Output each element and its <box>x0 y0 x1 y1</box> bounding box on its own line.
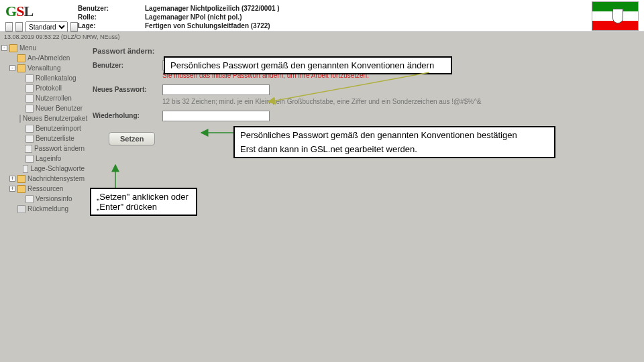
sidebar-item[interactable]: Nutzerrollen <box>1 93 85 103</box>
sidebar-item[interactable]: Neuer Benutzer <box>1 103 85 113</box>
user-label: Benutzer: <box>93 60 162 69</box>
sidebar-item[interactable]: -Verwaltung <box>1 63 85 73</box>
tree-toggle-icon[interactable]: + <box>9 186 15 192</box>
sidebar-item[interactable]: Lageinfo <box>1 154 85 164</box>
sidebar-item-label: Neuer Benutzer <box>36 103 83 113</box>
callout-change-pw: Persönliches Passwort gemäß den genannte… <box>164 56 452 74</box>
sidebar-item-label: Ressourcen <box>28 184 63 194</box>
folder-icon <box>17 54 25 62</box>
document-icon <box>25 95 34 103</box>
sidebar-item-label: Nutzerrollen <box>36 93 72 103</box>
callout-setzen: „Setzen" anklicken oder „Enter" drücken <box>90 188 197 216</box>
tree-toggle-icon[interactable]: - <box>1 45 7 51</box>
sidebar-item-label: Versionsinfo <box>36 194 72 204</box>
document-icon <box>17 205 25 213</box>
sidebar-item-label: Rückmeldung <box>28 204 68 214</box>
folder-icon <box>9 44 17 52</box>
document-icon <box>25 195 34 203</box>
document-icon <box>25 125 34 133</box>
submit-button[interactable]: Setzen <box>109 132 155 145</box>
sidebar-item-label: Nachrichtensystem <box>28 174 85 184</box>
sidebar-item-label: An-/Abmelden <box>28 53 70 63</box>
document-icon <box>25 155 34 163</box>
document-icon <box>25 145 32 153</box>
tree-toggle-icon[interactable]: - <box>9 65 15 71</box>
document-icon <box>25 135 34 143</box>
tree-toggle-icon[interactable]: + <box>9 176 15 182</box>
sidebar-item-label: Benutzerliste <box>36 133 74 143</box>
sidebar-item-label: Lage-Schlagworte <box>30 164 85 174</box>
sidebar: -MenuAn-/Abmelden-VerwaltungRollenkatalo… <box>0 40 86 217</box>
meta-values: Lagemanager Nichtpolizeilich (3722/0001 … <box>145 1 592 30</box>
document-icon <box>25 84 34 93</box>
sidebar-item[interactable]: Rollenkatalog <box>1 73 85 83</box>
app-logo: GSL <box>3 1 78 20</box>
folder-icon <box>17 64 25 72</box>
sidebar-item-label: Benutzerimport <box>36 123 81 133</box>
sidebar-item-label: Menu <box>19 43 36 53</box>
timestamp: 13.08.2019 09:53:22 (DLZ/O NRW, NEuss) <box>0 32 644 40</box>
document-icon <box>19 115 21 123</box>
sidebar-item-label: Protokoll <box>36 83 62 93</box>
meta-labels: Benutzer: Rolle: Lage: <box>78 1 145 30</box>
sidebar-item[interactable]: Benutzerliste <box>1 133 85 143</box>
sidebar-item-label: Rollenkatalog <box>36 73 76 83</box>
sidebar-item-label: Passwort ändern <box>34 143 85 154</box>
document-icon <box>23 165 28 173</box>
folder-icon <box>17 185 25 193</box>
sidebar-item[interactable]: Versionsinfo <box>1 194 85 204</box>
theme-select[interactable]: Standard <box>25 21 68 32</box>
document-icon <box>25 105 34 113</box>
sidebar-item[interactable]: Protokoll <box>1 83 85 93</box>
sidebar-item-label: Verwaltung <box>28 63 60 73</box>
sidebar-item-label: Neues Benutzerpaket <box>23 113 87 123</box>
sidebar-item[interactable]: Passwort ändern <box>1 143 85 154</box>
sidebar-item[interactable]: Neues Benutzerpaket <box>1 113 85 123</box>
nrw-flag <box>592 1 639 31</box>
sidebar-item[interactable]: Rückmeldung <box>1 204 85 214</box>
new-password-input[interactable] <box>162 84 270 95</box>
sidebar-item[interactable]: An-/Abmelden <box>1 53 85 63</box>
sidebar-item[interactable]: +Nachrichtensystem <box>1 174 85 184</box>
sidebar-item[interactable]: Lage-Schlagworte <box>1 164 85 174</box>
header-btn-1[interactable] <box>5 22 13 32</box>
folder-icon <box>17 175 25 183</box>
form-title: Passwort ändern: <box>93 46 162 55</box>
sidebar-item[interactable]: Benutzerimport <box>1 123 85 133</box>
sidebar-item[interactable]: -Menu <box>1 43 85 53</box>
repeat-password-label: Wiederholung: <box>93 111 162 119</box>
new-password-label: Neues Passwort: <box>93 84 162 93</box>
repeat-password-input[interactable] <box>162 111 270 121</box>
sidebar-item[interactable]: +Ressourcen <box>1 184 85 194</box>
password-hint: 12 bis 32 Zeichen; mind. je ein Klein-, … <box>162 98 498 105</box>
sidebar-item-label: Lageinfo <box>36 154 61 164</box>
callout-confirm-and-work: Persönliches Passwort gemäß den genannte… <box>233 126 555 158</box>
header-btn-3[interactable] <box>70 22 78 32</box>
document-icon <box>25 74 34 82</box>
header-btn-2[interactable] <box>15 22 23 32</box>
